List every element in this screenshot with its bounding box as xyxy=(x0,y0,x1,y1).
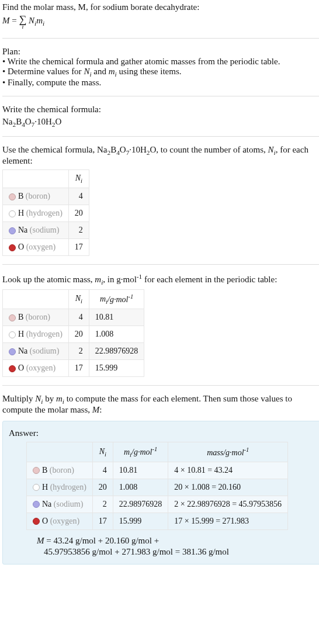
plan-b1: • Write the chemical formula and gather … xyxy=(2,57,319,67)
table-row: H (hydrogen)201.008 xyxy=(3,326,144,343)
t: for each element in the periodic table: xyxy=(142,275,277,284)
el-m: 22.98976928 xyxy=(113,496,168,513)
table-row: Na (sodium)222.98976928 xyxy=(3,343,144,360)
el-grey: (oxygen) xyxy=(26,243,56,251)
el-grey: (boron) xyxy=(26,313,50,321)
table-row: H (hydrogen)201.00820 × 1.008 = 20.160 xyxy=(27,479,288,496)
t: : xyxy=(99,405,102,414)
el-m: 10.81 xyxy=(89,309,144,326)
el-m: 10.81 xyxy=(113,462,168,479)
el-name: B xyxy=(18,313,23,321)
el-mass: 4 × 10.81 = 43.24 xyxy=(168,462,288,479)
el-grey: (oxygen) xyxy=(50,517,80,525)
el-n: 17 xyxy=(68,238,89,255)
el-n: 2 xyxy=(92,496,113,513)
multiply-heading: Multiply Ni by mi to compute the mass fo… xyxy=(2,394,319,415)
el-name: Na xyxy=(18,347,27,355)
t: by xyxy=(43,394,56,403)
el-grey: (sodium) xyxy=(30,226,60,234)
t: Use the chemical formula, Na xyxy=(2,145,108,154)
el-grey: (hydrogen) xyxy=(50,483,86,491)
element-dot-icon xyxy=(9,314,16,321)
t: ·10H xyxy=(129,145,147,154)
element-dot-icon xyxy=(9,210,16,217)
plan-b2-mid: and xyxy=(92,67,109,76)
answer-table: Nimi/g·mol-1mass/g·mol-1 B (boron)410.81… xyxy=(26,442,288,529)
answer-heading: Answer: xyxy=(9,428,315,438)
el-n: 17 xyxy=(92,513,113,529)
el-grey: (sodium) xyxy=(54,500,84,508)
element-dot-icon xyxy=(33,467,40,474)
el-grey: (hydrogen) xyxy=(26,330,63,338)
el-n: 20 xyxy=(68,205,89,221)
intro-line: Find the molar mass, M, for sodium borat… xyxy=(2,2,319,12)
table-row: Na (sodium)222.989769282 × 22.98976928 =… xyxy=(27,496,288,513)
el-mass: 2 × 22.98976928 = 45.97953856 xyxy=(168,496,288,513)
element-dot-icon xyxy=(9,244,16,251)
formula-heading: Write the chemical formula: xyxy=(2,105,319,115)
answer-eq1: M = 43.24 g/mol + 20.160 g/mol + xyxy=(37,536,159,546)
el-n: 2 xyxy=(68,343,89,360)
el-m: 1.008 xyxy=(89,326,144,343)
el-grey: (boron) xyxy=(50,466,74,475)
element-dot-icon xyxy=(33,518,40,525)
el-grey: (sodium) xyxy=(30,347,60,355)
el-n: 4 xyxy=(92,462,113,479)
el-name: H xyxy=(18,209,24,217)
el-name: H xyxy=(42,483,48,491)
element-dot-icon xyxy=(9,348,16,355)
counts-table: Ni B (boron)4 H (hydrogen)20 Na (sodium)… xyxy=(2,169,89,256)
el-n: 17 xyxy=(68,360,89,377)
plan-b2: • Determine values for Ni and mi using t… xyxy=(2,67,319,78)
el-n: 20 xyxy=(92,479,113,496)
element-dot-icon xyxy=(9,227,16,234)
table-row: O (oxygen)1715.99917 × 15.999 = 271.983 xyxy=(27,513,288,529)
counts-heading: Use the chemical formula, Na2B4O7·10H2O,… xyxy=(2,145,319,166)
element-dot-icon xyxy=(33,501,40,508)
table-row: B (boron)410.814 × 10.81 = 43.24 xyxy=(27,462,288,479)
chemical-formula: Na2B4O7·10H2O xyxy=(2,117,319,128)
element-dot-icon xyxy=(9,193,16,200)
t: O xyxy=(120,145,126,154)
el-grey: (boron) xyxy=(26,192,50,200)
el-name: O xyxy=(42,517,48,525)
el-name: B xyxy=(18,192,23,200)
el-name: Na xyxy=(42,500,51,508)
intro-eq: M = ∑i Nimi xyxy=(2,13,319,30)
el-m: 15.999 xyxy=(89,360,144,377)
el-mass: 17 × 15.999 = 271.983 xyxy=(168,513,288,529)
el-m: 22.98976928 xyxy=(89,343,144,360)
intro-text: Find the molar mass, M, for sodium borat… xyxy=(2,2,199,12)
table-row: Na (sodium)2 xyxy=(3,221,89,238)
el-m: 1.008 xyxy=(113,479,168,496)
el-name: Na xyxy=(18,226,27,234)
t: , in g·mol xyxy=(103,275,137,284)
el-n: 2 xyxy=(68,221,89,238)
lookup-table: Nimi/g·mol-1 B (boron)410.81 H (hydrogen… xyxy=(2,289,144,377)
table-row: H (hydrogen)20 xyxy=(3,205,89,221)
el-name: O xyxy=(18,243,24,251)
table-row: O (oxygen)1715.999 xyxy=(3,360,144,377)
table-row: B (boron)4 xyxy=(3,188,89,205)
t: Multiply xyxy=(2,394,35,403)
el-n: 20 xyxy=(68,326,89,343)
answer-box: Answer: Nimi/g·mol-1mass/g·mol-1 B (boro… xyxy=(2,421,319,564)
el-name: H xyxy=(18,330,24,338)
plan-heading: Plan: xyxy=(2,47,319,57)
table-row: B (boron)410.81 xyxy=(3,309,144,326)
t: Look up the atomic mass, xyxy=(2,275,95,284)
element-dot-icon xyxy=(33,484,40,491)
el-n: 4 xyxy=(68,188,89,205)
element-dot-icon xyxy=(9,331,16,338)
el-mass: 20 × 1.008 = 20.160 xyxy=(168,479,288,496)
el-n: 4 xyxy=(68,309,89,326)
t: O, to count the number of atoms, xyxy=(150,145,268,154)
element-dot-icon xyxy=(9,365,16,372)
table-row: O (oxygen)17 xyxy=(3,238,89,255)
el-name: B xyxy=(42,466,47,475)
plan-b2-pre: • Determine values for xyxy=(2,67,84,76)
answer-eq2: 45.97953856 g/mol + 271.983 g/mol = 381.… xyxy=(44,547,229,557)
el-grey: (oxygen) xyxy=(26,363,56,372)
lookup-heading: Look up the atomic mass, mi, in g·mol-1 … xyxy=(2,273,319,286)
el-m: 15.999 xyxy=(113,513,168,529)
